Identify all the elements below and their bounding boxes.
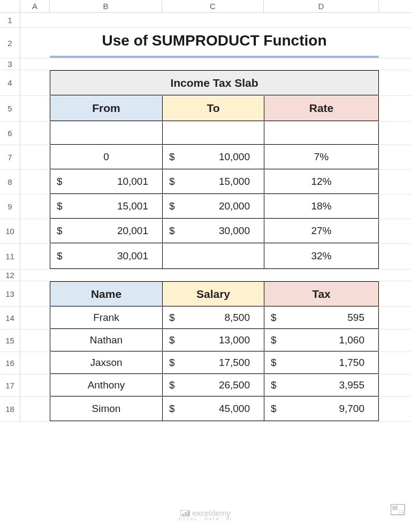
row-4: 4 Income Tax Slab [0, 70, 411, 96]
row-13: 13 Name Salary Tax [0, 281, 411, 307]
person-tax-3[interactable]: $3,955 [264, 374, 379, 396]
cell-C1[interactable] [162, 13, 264, 27]
cell-D1[interactable] [264, 13, 379, 27]
value: Anthony [88, 379, 125, 391]
person-salary-2[interactable]: $17,500 [162, 352, 264, 374]
row-17: 17 Anthony $26,500 $3,955 [0, 374, 411, 397]
row-header-15[interactable]: 15 [0, 329, 20, 351]
cell-A2[interactable] [20, 28, 50, 58]
value: 32% [311, 250, 331, 262]
column-headers: A B C D [0, 0, 411, 13]
people-header-salary[interactable]: Salary [162, 281, 264, 306]
slab-to-4[interactable]: $30,000 [162, 219, 264, 243]
person-salary-4[interactable]: $45,000 [162, 397, 264, 421]
row-header-16[interactable]: 16 [0, 352, 20, 374]
cell-B1[interactable] [50, 13, 162, 27]
person-tax-0[interactable]: $595 [264, 307, 379, 329]
row-header-12[interactable]: 12 [0, 269, 20, 281]
row-header-6[interactable]: 6 [0, 122, 20, 145]
value: Simon [92, 403, 121, 415]
row-header-7[interactable]: 7 [0, 145, 20, 169]
slab-from-2[interactable]: $10,001 [50, 170, 162, 194]
tax-slab-header-rate[interactable]: Rate [264, 96, 379, 121]
row-15: 15 Nathan $13,000 $1,060 [0, 329, 411, 352]
person-name-1[interactable]: Nathan [50, 329, 162, 351]
row-10: 10 $20,001 $30,000 27% [0, 219, 411, 244]
row-header-9[interactable]: 9 [0, 194, 20, 219]
person-tax-4[interactable]: $9,700 [264, 397, 379, 421]
slab-from-5[interactable]: $30,001 [50, 244, 162, 269]
row-header-18[interactable]: 18 [0, 397, 20, 421]
row-9: 9 $15,001 $20,000 18% [0, 194, 411, 219]
row-header-4[interactable]: 4 [0, 70, 20, 95]
slab-to-2[interactable]: $15,000 [162, 170, 264, 194]
value: 27% [311, 225, 331, 237]
people-header-tax[interactable]: Tax [264, 281, 379, 306]
chart-icon [180, 510, 190, 516]
slab-rate-5[interactable]: 32% [264, 244, 379, 269]
value: 18% [311, 200, 331, 212]
slab-to-5[interactable] [162, 244, 264, 269]
row-header-1[interactable]: 1 [0, 13, 20, 27]
row-header-14[interactable]: 14 [0, 307, 20, 329]
person-name-0[interactable]: Frank [50, 307, 162, 329]
row-header-13[interactable]: 13 [0, 281, 20, 306]
spreadsheet-grid: A B C D 1 2 Use of SUMPRODUCT Function 3 [0, 0, 411, 422]
slab-from-0[interactable] [50, 122, 162, 145]
slab-to-0[interactable] [162, 122, 264, 145]
col-header-D[interactable]: D [264, 0, 379, 12]
row-header-11[interactable]: 11 [0, 244, 20, 269]
select-all-corner[interactable] [0, 0, 20, 12]
row-header-5[interactable]: 5 [0, 96, 20, 121]
row-16: 16 Jaxson $17,500 $1,750 [0, 352, 411, 374]
row-18: 18 Simon $45,000 $9,700 [0, 397, 411, 422]
cell-A1[interactable] [20, 13, 50, 27]
row-header-17[interactable]: 17 [0, 374, 20, 396]
slab-from-3[interactable]: $15,001 [50, 194, 162, 219]
row-5: 5 From To Rate [0, 96, 411, 122]
row-header-8[interactable]: 8 [0, 170, 20, 194]
tax-slab-header-from[interactable]: From [50, 96, 162, 121]
row-header-2[interactable]: 2 [0, 28, 20, 58]
rows-area: 1 2 Use of SUMPRODUCT Function 3 4 Incom… [0, 13, 411, 422]
person-tax-1[interactable]: $1,060 [264, 329, 379, 351]
people-header-name[interactable]: Name [50, 281, 162, 306]
slab-from-1[interactable]: 0 [50, 145, 162, 169]
value: Jaxson [90, 357, 122, 369]
value: 12% [311, 176, 331, 188]
watermark-tagline: EXCEL · DATA · BI [0, 516, 411, 521]
row-11: 11 $30,001 32% [0, 244, 411, 269]
row-1: 1 [0, 13, 411, 28]
slab-from-4[interactable]: $20,001 [50, 219, 162, 243]
tax-slab-heading[interactable]: Income Tax Slab [50, 70, 379, 95]
row-header-3[interactable]: 3 [0, 58, 20, 70]
person-salary-1[interactable]: $13,000 [162, 329, 264, 351]
tax-slab-header-to[interactable]: To [162, 96, 264, 121]
col-header-B[interactable]: B [50, 0, 162, 12]
slab-to-1[interactable]: $10,000 [162, 145, 264, 169]
row-3: 3 [0, 58, 411, 70]
page-title[interactable]: Use of SUMPRODUCT Function [50, 28, 379, 58]
slab-rate-3[interactable]: 18% [264, 194, 379, 219]
person-salary-0[interactable]: $8,500 [162, 307, 264, 329]
col-header-C[interactable]: C [162, 0, 264, 12]
display-options-icon[interactable] [391, 504, 405, 515]
slab-to-3[interactable]: $20,000 [162, 194, 264, 219]
row-2: 2 Use of SUMPRODUCT Function [0, 28, 411, 58]
slab-rate-0[interactable] [264, 122, 379, 145]
person-name-2[interactable]: Jaxson [50, 352, 162, 374]
row-12: 12 [0, 269, 411, 281]
slab-rate-4[interactable]: 27% [264, 219, 379, 243]
person-name-3[interactable]: Anthony [50, 374, 162, 396]
value: 0 [103, 151, 109, 163]
col-header-A[interactable]: A [20, 0, 50, 12]
slab-rate-2[interactable]: 12% [264, 170, 379, 194]
row-7: 7 0 $10,000 7% [0, 145, 411, 170]
person-tax-2[interactable]: $1,750 [264, 352, 379, 374]
value: 7% [314, 151, 329, 163]
person-name-4[interactable]: Simon [50, 397, 162, 421]
person-salary-3[interactable]: $26,500 [162, 374, 264, 396]
slab-rate-1[interactable]: 7% [264, 145, 379, 169]
row-14: 14 Frank $8,500 $595 [0, 307, 411, 329]
row-header-10[interactable]: 10 [0, 219, 20, 243]
